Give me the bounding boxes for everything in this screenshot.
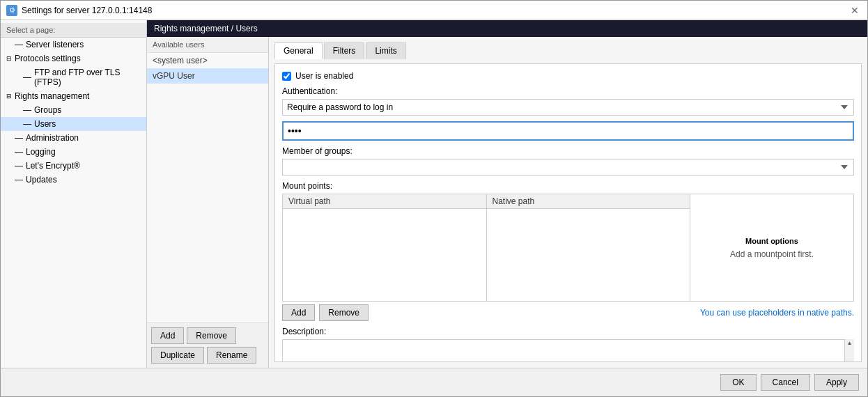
sidebar-label: Logging	[26, 147, 56, 157]
content-area: Select a page: — Server listeners ⊟ Prot…	[1, 20, 867, 396]
sidebar-item-administration[interactable]: — Administration	[1, 131, 146, 145]
users-panel: Available users <system user> vGPU User …	[147, 37, 269, 368]
sidebar-label: Let's Encrypt®	[26, 161, 80, 171]
settings-panel: General Filters Limits User is enabled	[269, 37, 867, 368]
sidebar-item-groups[interactable]: — Groups	[1, 103, 146, 117]
sidebar-item-ftp-ftps[interactable]: — FTP and FTP over TLS (FTPS)	[1, 65, 146, 89]
add-user-button[interactable]: Add	[151, 327, 184, 344]
dash-icon: —	[23, 105, 31, 115]
tab-limits[interactable]: Limits	[366, 42, 405, 59]
tab-filters[interactable]: Filters	[324, 42, 365, 59]
right-panel: Rights management / Users Available user…	[147, 20, 867, 368]
sidebar-label: Groups	[34, 105, 61, 115]
mount-points-section: Mount points: Virtual path Native path	[282, 181, 854, 321]
sidebar-item-users[interactable]: — Users	[1, 117, 146, 131]
sidebar-label: Users	[34, 119, 56, 129]
settings-icon: ⚙	[6, 5, 17, 16]
dash-icon: —	[15, 40, 23, 49]
sidebar-item-updates[interactable]: — Updates	[1, 173, 146, 187]
rename-user-button[interactable]: Rename	[207, 347, 256, 364]
settings-window: ⚙ Settings for server 127.0.0.1:14148 ✕ …	[0, 0, 868, 397]
sidebar-label: Protocols settings	[15, 54, 81, 63]
mount-buttons: Add Remove	[282, 304, 369, 321]
dash-icon: —	[15, 161, 23, 171]
mount-options-placeholder: Add a mountpoint first.	[730, 249, 814, 259]
dash-icon: —	[15, 175, 23, 185]
member-of-groups-label: Member of groups:	[282, 146, 854, 156]
description-label: Description:	[282, 327, 854, 336]
duplicate-user-button[interactable]: Duplicate	[151, 347, 204, 364]
sidebar-label: Administration	[26, 133, 79, 143]
mount-table: Virtual path Native path	[282, 194, 690, 302]
main-layout: Select a page: — Server listeners ⊟ Prot…	[1, 20, 867, 368]
dash-icon: —	[15, 147, 23, 157]
dash-icon: —	[23, 72, 31, 82]
member-of-groups-group: Member of groups:	[282, 146, 854, 176]
native-path-col	[487, 209, 690, 301]
window-title: Settings for server 127.0.0.1:14148	[22, 6, 152, 15]
sidebar-item-logging[interactable]: — Logging	[1, 145, 146, 159]
sidebar: Select a page: — Server listeners ⊟ Prot…	[1, 20, 147, 368]
cancel-button[interactable]: Cancel	[761, 374, 810, 391]
authentication-select[interactable]: Require a password to log in No password…	[282, 99, 854, 116]
mount-options-title: Mount options	[730, 237, 814, 245]
mount-table-wrapper: Virtual path Native path	[282, 194, 854, 302]
virtual-path-col	[283, 209, 487, 301]
sidebar-label: Rights management	[15, 91, 89, 101]
description-section: Description: ▲ ▼	[282, 327, 854, 362]
sidebar-item-rights-management[interactable]: ⊟ Rights management	[1, 89, 146, 103]
user-panel-buttons: Add Remove Duplicate Rename	[147, 322, 268, 368]
mount-actions: Add Remove You can use placeholders in n…	[282, 304, 854, 321]
virtual-path-header: Virtual path	[283, 194, 487, 208]
sidebar-item-server-listeners[interactable]: — Server listeners	[1, 38, 146, 52]
available-users-label: Available users	[147, 37, 268, 53]
title-bar-left: ⚙ Settings for server 127.0.0.1:14148	[6, 5, 152, 16]
authentication-label: Authentication:	[282, 86, 854, 96]
user-label: vGPU User	[153, 71, 195, 81]
user-enabled-checkbox[interactable]	[282, 72, 291, 81]
title-bar: ⚙ Settings for server 127.0.0.1:14148 ✕	[1, 1, 867, 20]
apply-button[interactable]: Apply	[814, 374, 859, 391]
scroll-up-icon: ▲	[845, 340, 854, 346]
remove-user-button[interactable]: Remove	[187, 327, 236, 344]
authentication-group: Authentication: Require a password to lo…	[282, 86, 854, 116]
native-path-header: Native path	[487, 194, 690, 208]
inner-layout: Available users <system user> vGPU User …	[147, 37, 867, 368]
description-textarea[interactable]	[282, 339, 854, 362]
sidebar-label: Updates	[26, 175, 57, 185]
tab-content-general: User is enabled Authentication: Require …	[274, 63, 862, 362]
dash-icon: —	[15, 133, 23, 143]
mount-options-panel: Mount options Add a mountpoint first.	[690, 194, 854, 302]
sidebar-label: FTP and FTP over TLS (FTPS)	[34, 68, 141, 87]
mount-header: Virtual path Native path	[283, 194, 690, 209]
placeholder-link[interactable]: You can use placeholders in native paths…	[700, 308, 854, 318]
member-of-groups-select[interactable]	[282, 159, 854, 176]
dash-icon: —	[23, 119, 31, 129]
expand-icon: ⊟	[6, 55, 12, 62]
mount-body	[283, 209, 690, 301]
textarea-scrollbar: ▲ ▼	[844, 339, 854, 362]
mount-remove-button[interactable]: Remove	[319, 304, 369, 321]
sidebar-item-protocols-settings[interactable]: ⊟ Protocols settings	[1, 52, 146, 65]
user-enabled-row: User is enabled	[282, 71, 854, 81]
bottom-bar: OK Cancel Apply	[1, 368, 867, 396]
password-input[interactable]	[282, 121, 854, 141]
tab-general[interactable]: General	[274, 42, 323, 59]
description-wrapper: ▲ ▼	[282, 339, 854, 362]
mount-options-content: Mount options Add a mountpoint first.	[724, 231, 819, 265]
mount-points-label: Mount points:	[282, 181, 854, 191]
user-item-vgpu[interactable]: vGPU User	[147, 68, 268, 84]
sidebar-label: Server listeners	[26, 40, 84, 49]
user-enabled-label: User is enabled	[295, 71, 353, 81]
sidebar-item-lets-encrypt[interactable]: — Let's Encrypt®	[1, 159, 146, 173]
close-button[interactable]: ✕	[848, 3, 862, 17]
ok-button[interactable]: OK	[720, 374, 756, 391]
mount-add-button[interactable]: Add	[282, 304, 315, 321]
tab-bar: General Filters Limits	[274, 42, 862, 59]
section-header: Rights management / Users	[147, 20, 867, 37]
user-item-system[interactable]: <system user>	[147, 53, 268, 68]
password-group	[282, 121, 854, 141]
page-select-label: Select a page:	[1, 23, 146, 38]
users-list: <system user> vGPU User	[147, 53, 268, 322]
expand-icon: ⊟	[6, 93, 12, 100]
